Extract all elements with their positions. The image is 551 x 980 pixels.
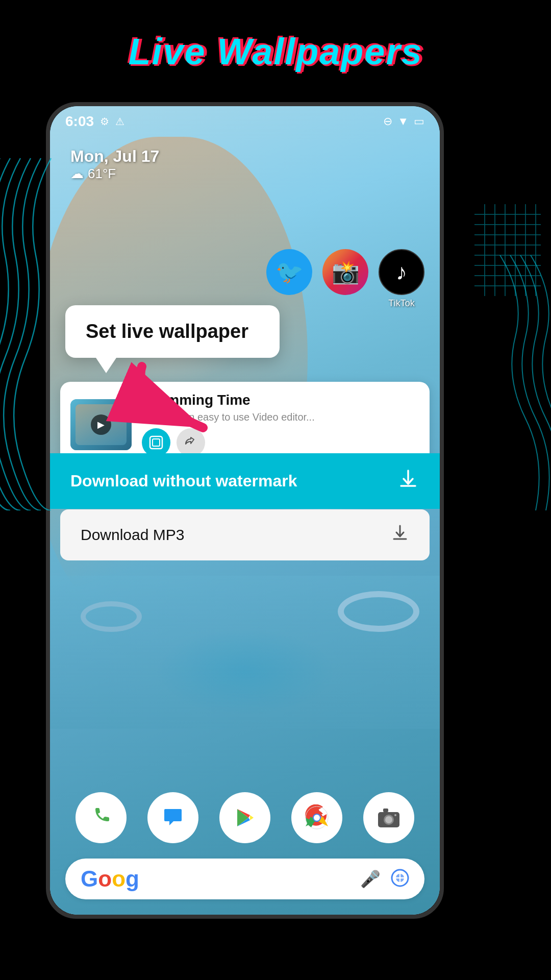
download-without-watermark-bar[interactable]: Download without watermark [50, 453, 440, 509]
tiktok-label: TikTok [388, 298, 414, 309]
twitter-icon: 🐦 [276, 259, 304, 285]
app-icons-row: 🐦 📸 ♪ TikTok [266, 249, 424, 309]
wifi-icon: ▼ [397, 115, 409, 128]
tiktok-icon: ♪ [396, 259, 407, 285]
date-widget: Mon, Jul 17 ☁ 61°F [70, 147, 159, 182]
status-right: ⊖ ▼ ▭ [383, 115, 424, 128]
page-title: Live Wallpapers [0, 31, 551, 72]
google-lens-icon[interactable] [391, 869, 409, 889]
download-mp3-text: Download MP3 [81, 526, 184, 544]
set-wallpaper-popup[interactable]: Set live wallpaper [65, 305, 280, 358]
svg-point-28 [394, 814, 396, 816]
date-text: Mon, Jul 17 [70, 147, 159, 166]
svg-rect-27 [383, 808, 388, 812]
bg-grid-right [474, 204, 541, 296]
set-wallpaper-text: Set live wallpaper [86, 321, 248, 342]
download-mp3-bar[interactable]: Download MP3 [60, 509, 430, 560]
instagram-icon: 📸 [332, 259, 360, 285]
download-bar-text: Download without watermark [70, 472, 297, 491]
download-bar-icon [397, 468, 419, 495]
download-mp3-icon [391, 524, 409, 546]
status-bar: 6:03 ⚙ ⚠ ⊖ ▼ ▭ [50, 106, 440, 137]
bottom-dock [50, 792, 440, 843]
google-mic-icon[interactable]: 🎤 [360, 869, 381, 889]
twitter-icon-wrapper[interactable]: 🐦 [266, 249, 312, 309]
phone-dock-icon[interactable] [76, 792, 127, 843]
phone-frame: 6:03 ⚙ ⚠ ⊖ ▼ ▭ Mon, Jul 17 ☁ 61°F 🐦 [46, 102, 444, 919]
camera-dock-icon[interactable] [363, 792, 414, 843]
twitter-app-icon[interactable]: 🐦 [266, 249, 312, 295]
google-logo: Goog [81, 866, 139, 892]
google-search-bar[interactable]: Goog 🎤 [65, 859, 424, 899]
svg-point-26 [385, 816, 392, 823]
play-store-dock-icon[interactable] [219, 792, 270, 843]
phone-screen: 6:03 ⚙ ⚠ ⊖ ▼ ▭ Mon, Jul 17 ☁ 61°F 🐦 [50, 106, 440, 915]
chrome-dock-icon[interactable] [291, 792, 342, 843]
status-time: 6:03 [65, 113, 94, 130]
tiktok-app-icon[interactable]: ♪ [379, 249, 424, 295]
dnd-icon: ⊖ [383, 115, 392, 128]
settings-icon: ⚙ [100, 115, 109, 128]
temperature: 61°F [88, 166, 116, 182]
tiktok-icon-wrapper[interactable]: ♪ TikTok [379, 249, 424, 309]
red-arrow [101, 356, 280, 448]
messages-dock-icon[interactable] [147, 792, 198, 843]
instagram-app-icon[interactable]: 📸 [322, 249, 368, 295]
weather-text: ☁ 61°F [70, 166, 159, 182]
svg-point-23 [314, 815, 320, 821]
alert-icon: ⚠ [115, 115, 124, 128]
instagram-icon-wrapper[interactable]: 📸 [322, 249, 368, 309]
battery-icon: ▭ [414, 115, 424, 128]
bg-lines-left [0, 153, 56, 510]
status-left: 6:03 ⚙ ⚠ [65, 113, 124, 130]
weather-icon: ☁ [70, 166, 84, 182]
